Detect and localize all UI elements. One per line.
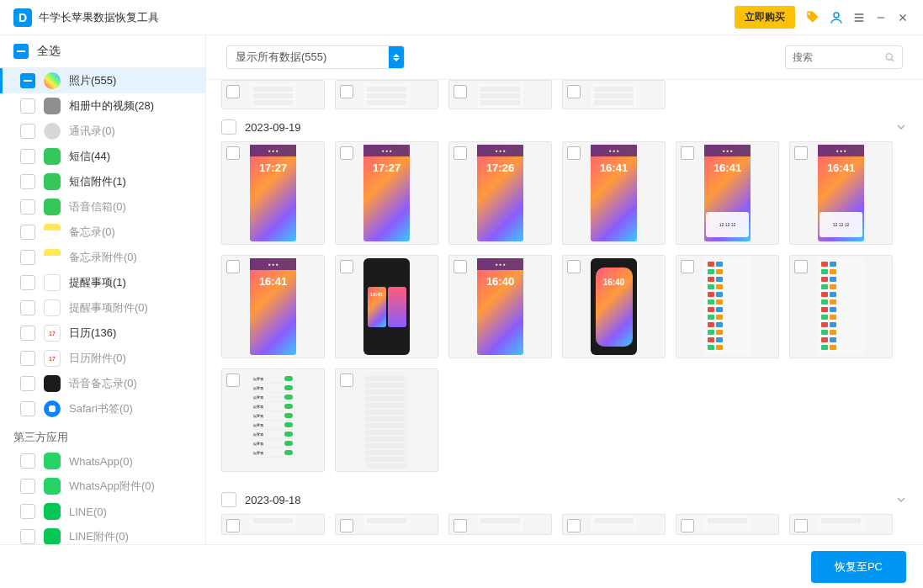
thumbnail[interactable] (562, 80, 666, 109)
checkbox[interactable] (20, 73, 35, 88)
thumbnail-checkbox[interactable] (340, 373, 353, 387)
sidebar-item-photos[interactable]: 照片(555) (0, 68, 205, 93)
thumbnail[interactable]: 16:40 (562, 255, 666, 358)
thumbnail-checkbox[interactable] (454, 146, 467, 160)
checkbox[interactable] (20, 98, 35, 114)
thumbnail-checkbox[interactable] (794, 260, 808, 273)
checkbox[interactable] (20, 225, 35, 240)
sidebar-item-voicemail[interactable]: 语音信箱(0) (0, 194, 205, 220)
thumbnail-checkbox[interactable] (340, 260, 353, 273)
thumbnail[interactable]: ● ● ●17:27 (335, 141, 438, 245)
sidebar-item-line_att[interactable]: LINE附件(0) (0, 524, 205, 544)
select-all-checkbox[interactable] (13, 44, 29, 59)
thumbnail-checkbox[interactable] (340, 146, 353, 160)
thumbnail-checkbox[interactable] (454, 519, 467, 532)
checkbox[interactable] (20, 376, 35, 391)
sidebar-item-videos[interactable]: 相册中的视频(28) (0, 93, 205, 119)
thumbnail[interactable]: 设置项设置项设置项设置项设置项设置项设置项设置项设置项 (221, 368, 325, 472)
close-icon[interactable] (896, 11, 910, 24)
thumbnail[interactable]: ● ● ●16:4112 12 12 (676, 141, 779, 245)
checkbox[interactable] (20, 326, 35, 341)
checkbox[interactable] (20, 479, 35, 494)
thumbnail[interactable] (448, 80, 552, 109)
thumbnail-checkbox[interactable] (794, 146, 808, 160)
thumbnail[interactable] (335, 368, 438, 472)
checkbox[interactable] (20, 124, 35, 139)
chevron-down-icon[interactable] (894, 120, 908, 134)
thumbnail-checkbox[interactable] (226, 260, 240, 273)
thumbnail[interactable]: ● ● ●17:26 (448, 141, 552, 245)
sidebar-item-reminders[interactable]: 提醒事项(1) (0, 270, 205, 295)
thumbnail[interactable]: ● ● ●16:4112 12 12 (789, 141, 893, 245)
checkbox[interactable] (20, 453, 35, 469)
thumbnail-checkbox[interactable] (794, 519, 808, 532)
sidebar-item-calendar_att[interactable]: 17 日历附件(0) (0, 346, 205, 371)
user-icon[interactable] (829, 10, 844, 25)
sidebar-item-whatsapp[interactable]: WhatsApp(0) (0, 448, 205, 474)
minimize-icon[interactable] (874, 11, 888, 24)
thumbnail[interactable]: ● ● ●17:27 (221, 141, 325, 245)
checkbox[interactable] (20, 504, 35, 519)
thumbnail-checkbox[interactable] (226, 373, 240, 387)
date-checkbox[interactable] (221, 492, 236, 507)
chevron-down-icon[interactable] (894, 493, 908, 506)
thumbnail-checkbox[interactable] (567, 85, 581, 98)
checkbox[interactable] (20, 300, 35, 315)
thumbnail-checkbox[interactable] (454, 85, 467, 98)
date-checkbox[interactable] (221, 119, 236, 135)
thumbnail[interactable] (676, 255, 779, 358)
gallery[interactable]: 2023-09-19 ● ● ●17:27● ● ●17:27● ● ●17:2… (206, 80, 923, 544)
checkbox[interactable] (20, 401, 35, 416)
date-group-header[interactable]: 2023-09-19 (221, 109, 908, 141)
thumbnail[interactable] (789, 255, 893, 358)
thumbnail-checkbox[interactable] (681, 519, 694, 532)
checkbox[interactable] (20, 174, 35, 189)
search-box[interactable] (785, 45, 903, 69)
checkbox[interactable] (20, 199, 35, 215)
thumbnail-checkbox[interactable] (340, 519, 353, 532)
thumbnail[interactable] (221, 514, 325, 535)
hamburger-icon[interactable] (852, 11, 866, 24)
thumbnail-checkbox[interactable] (226, 146, 240, 160)
thumbnail-checkbox[interactable] (226, 85, 240, 98)
tag-icon[interactable] (804, 9, 820, 26)
sidebar-item-notes[interactable]: 备忘录(0) (0, 220, 205, 245)
search-input[interactable] (793, 51, 884, 63)
thumbnail[interactable] (335, 80, 438, 109)
thumbnail[interactable] (448, 514, 552, 535)
sidebar-item-sms_att[interactable]: 短信附件(1) (0, 169, 205, 194)
sidebar-item-contacts[interactable]: 通讯录(0) (0, 119, 205, 144)
thumbnail[interactable] (676, 514, 779, 535)
buy-button[interactable]: 立即购买 (735, 6, 795, 29)
thumbnail[interactable] (335, 514, 438, 535)
thumbnail-checkbox[interactable] (340, 85, 353, 98)
checkbox[interactable] (20, 250, 35, 265)
thumbnail-checkbox[interactable] (567, 146, 581, 160)
checkbox[interactable] (20, 529, 35, 544)
thumbnail[interactable] (789, 514, 893, 535)
checkbox[interactable] (20, 351, 35, 366)
sidebar-item-voicememo[interactable]: 语音备忘录(0) (0, 371, 205, 396)
thumbnail[interactable]: ● ● ●16:41 (221, 255, 325, 358)
sidebar-item-reminders_att[interactable]: 提醒事项附件(0) (0, 295, 205, 320)
thumbnail-checkbox[interactable] (681, 260, 694, 273)
thumbnail[interactable]: ● ● ●16:40 (448, 255, 552, 358)
checkbox[interactable] (20, 275, 35, 290)
select-all-row[interactable]: 全选 (0, 35, 205, 68)
thumbnail[interactable] (562, 514, 666, 535)
sidebar-item-safari[interactable]: Safari书签(0) (0, 396, 205, 421)
recover-button[interactable]: 恢复至PC (811, 551, 906, 583)
thumbnail[interactable]: ● ● ●16:41 (562, 141, 666, 245)
thumbnail-checkbox[interactable] (567, 260, 581, 273)
checkbox[interactable] (20, 149, 35, 164)
thumbnail-checkbox[interactable] (681, 146, 694, 160)
select-arrows-icon[interactable] (389, 46, 404, 68)
sidebar-item-notes_att[interactable]: 备忘录附件(0) (0, 245, 205, 270)
sidebar-item-sms[interactable]: 短信(44) (0, 144, 205, 169)
filter-select[interactable]: 显示所有数据(555) (226, 45, 405, 69)
thumbnail-checkbox[interactable] (567, 519, 581, 532)
thumbnail-checkbox[interactable] (226, 519, 240, 532)
sidebar-item-calendar[interactable]: 17 日历(136) (0, 320, 205, 346)
thumbnail-checkbox[interactable] (454, 260, 467, 273)
thumbnail[interactable] (221, 80, 325, 109)
